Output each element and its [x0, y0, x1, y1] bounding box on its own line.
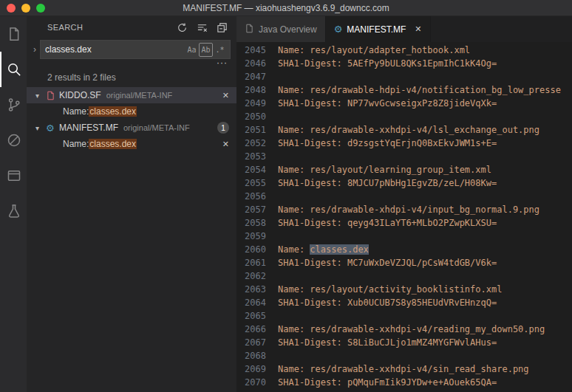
line-number: 2060 [236, 243, 266, 256]
line-text: SHA1-Digest: d9zsgstYqErjnQ0BxEkvJWM1s+E… [266, 137, 497, 150]
search-input[interactable] [45, 44, 185, 55]
window-title: MANIFEST.MF — xiaohuashengv3.6.9_downcc.… [183, 3, 389, 13]
file-name: KIDDO.SF [59, 90, 101, 100]
line-text: Name: res/layout/learning_group_item.xml [266, 163, 491, 176]
zoom-window-button[interactable] [36, 4, 45, 13]
editor-line: 2048Name: res/drawable-hdpi-v4/notificat… [236, 83, 572, 97]
search-results-tree: ▾ KIDDO.SF original/META-INF ✕ Name: cla… [27, 87, 236, 152]
file-name: MANIFEST.MF [59, 123, 118, 133]
toggle-search-details-icon[interactable]: ··· [217, 59, 228, 69]
match-text: classes.dex [89, 139, 137, 149]
editor-line: 2055SHA1-Digest: 8MJCU7pNbHg1EgvZB/zeL/H… [236, 176, 572, 190]
line-number: 2062 [236, 269, 266, 283]
line-number: 2055 [236, 176, 266, 190]
line-text: SHA1-Digest: Xub0UCUB7S8y85HEUdVRvEHnzqQ… [266, 296, 497, 309]
line-number: 2050 [236, 110, 266, 123]
whole-word-icon[interactable]: Ab [199, 43, 213, 57]
file-row-manifest-mf[interactable]: ▾ ⚙ MANIFEST.MF original/META-INF 1 [27, 120, 236, 136]
line-text: SHA1-Digest: 8MJCU7pNbHg1EgvZB/zeL/H08Kw… [266, 176, 497, 190]
search-input-row: › Aa Ab .* [27, 38, 236, 59]
dismiss-file-icon[interactable]: ✕ [222, 91, 229, 100]
activity-bar [0, 16, 27, 392]
close-tab-icon[interactable]: ✕ [415, 24, 421, 34]
editor-line: 2058SHA1-Digest: qeyg43ILaYT6+MLbO2PZwpK… [236, 216, 572, 230]
collapse-all-icon[interactable] [217, 22, 228, 33]
line-text: Name: res/layout/activity_booklistinfo.x… [266, 283, 502, 296]
editor-line: 2061SHA1-Digest: MC7uWxDeVZJQL/pCsW4tdGB… [236, 256, 572, 269]
editor-content[interactable]: 2045Name: res/layout/adapter_hotbook.xml… [236, 42, 572, 392]
line-text: Name: res/drawable-hdpi-v4/notification_… [266, 83, 561, 97]
editor-group: Java Overview ⚙ MANIFEST.MF ✕ 2045Name: … [236, 16, 572, 392]
file-path: original/META-INF [106, 91, 173, 100]
line-text: Name: res/drawable-xxhdpi-v4/sin_read_sh… [266, 362, 529, 376]
line-number: 2049 [236, 97, 266, 110]
gear-file-icon: ⚙ [334, 24, 343, 35]
editor-line: 2067SHA1-Digest: S8LiBuCJLjo1mMZ4MYGFWvl… [236, 336, 572, 349]
match-case-icon[interactable]: Aa [185, 43, 199, 57]
match-prefix: Name: [63, 106, 89, 117]
refresh-icon[interactable] [177, 22, 188, 33]
window-icon [7, 168, 21, 183]
editor-line: 2060Name: classes.dex [236, 243, 572, 256]
file-row-kiddo-sf[interactable]: ▾ KIDDO.SF original/META-INF ✕ [27, 87, 236, 103]
line-text: SHA1-Digest: MC7uWxDeVZJQL/pCsW4tdGB/V6k… [266, 256, 497, 269]
match-count-badge: 1 [217, 122, 229, 134]
editor-line: 2052SHA1-Digest: d9zsgstYqErjnQ0BxEkvJWM… [236, 137, 572, 150]
clear-search-results-icon[interactable] [197, 22, 208, 33]
find-match-highlight: classes.dex [310, 244, 368, 255]
chevron-down-icon[interactable]: ▾ [35, 124, 46, 132]
activity-item-search[interactable] [0, 52, 27, 87]
sf-file-icon [46, 91, 59, 100]
line-text [266, 269, 278, 283]
line-number: 2046 [236, 57, 266, 70]
tab-java-overview[interactable]: Java Overview [236, 16, 326, 42]
search-match-row[interactable]: Name: classes.dex [27, 103, 236, 120]
line-number: 2059 [236, 230, 266, 243]
gear-file-icon: ⚙ [46, 123, 59, 133]
editor-line: 2069Name: res/drawable-xxhdpi-v4/sin_rea… [236, 362, 572, 376]
search-panel-title: SEARCH [47, 23, 83, 32]
editor-line: 2050 [236, 110, 572, 123]
editor-line: 2062 [236, 269, 572, 283]
regex-icon[interactable]: .* [213, 43, 227, 57]
line-number: 2054 [236, 163, 266, 176]
editor-line: 2056 [236, 190, 572, 203]
activity-item-window[interactable] [0, 158, 27, 193]
activity-item-circle-slash[interactable] [0, 123, 27, 158]
line-text: Name: res/layout/adapter_hotbook.xml [266, 44, 470, 57]
editor-line: 2046SHA1-Digest: 5AEfPy9bUL8QKs1EpmIhC1k… [236, 57, 572, 70]
line-text: Name: res/drawable-xxhdpi-v4/lsl_exchang… [266, 123, 539, 137]
line-number: 2070 [236, 376, 266, 389]
line-number: 2064 [236, 296, 266, 309]
line-number: 2063 [236, 283, 266, 296]
editor-line: 2068 [236, 349, 572, 362]
activity-item-source-control[interactable] [0, 87, 27, 123]
activity-item-explorer[interactable] [0, 16, 27, 52]
line-number: 2051 [236, 123, 266, 137]
dismiss-match-icon[interactable]: ✕ [222, 140, 229, 149]
toggle-replace-chevron[interactable]: › [30, 44, 40, 55]
minimize-window-button[interactable] [21, 4, 30, 13]
line-number: 2061 [236, 256, 266, 269]
line-text: SHA1-Digest: NP77wvGcwseigxPz8Z8jideVqXk… [266, 97, 497, 110]
line-number: 2048 [236, 83, 266, 97]
line-number: 2057 [236, 203, 266, 216]
window-controls[interactable] [7, 4, 45, 13]
search-box: Aa Ab .* [40, 40, 231, 59]
line-number: 2052 [236, 137, 266, 150]
tab-manifest-mf[interactable]: ⚙ MANIFEST.MF ✕ [326, 16, 431, 42]
line-number: 2058 [236, 216, 266, 230]
chevron-down-icon[interactable]: ▾ [35, 92, 46, 100]
line-text [266, 190, 278, 203]
editor-line: 2054Name: res/layout/learning_group_item… [236, 163, 572, 176]
line-text [266, 70, 278, 83]
editor-line: 2051Name: res/drawable-xxhdpi-v4/lsl_exc… [236, 123, 572, 137]
circle-slash-icon [7, 133, 21, 148]
activity-item-beaker[interactable] [0, 193, 27, 229]
close-window-button[interactable] [7, 4, 16, 13]
search-match-row[interactable]: Name: classes.dex ✕ [27, 136, 236, 152]
tab-label: Java Overview [259, 24, 317, 35]
line-text [266, 349, 278, 362]
vscode-window: MANIFEST.MF — xiaohuashengv3.6.9_downcc.… [0, 0, 572, 392]
editor-line: 2057Name: res/drawable-xhdpi-v4/input_bg… [236, 203, 572, 216]
